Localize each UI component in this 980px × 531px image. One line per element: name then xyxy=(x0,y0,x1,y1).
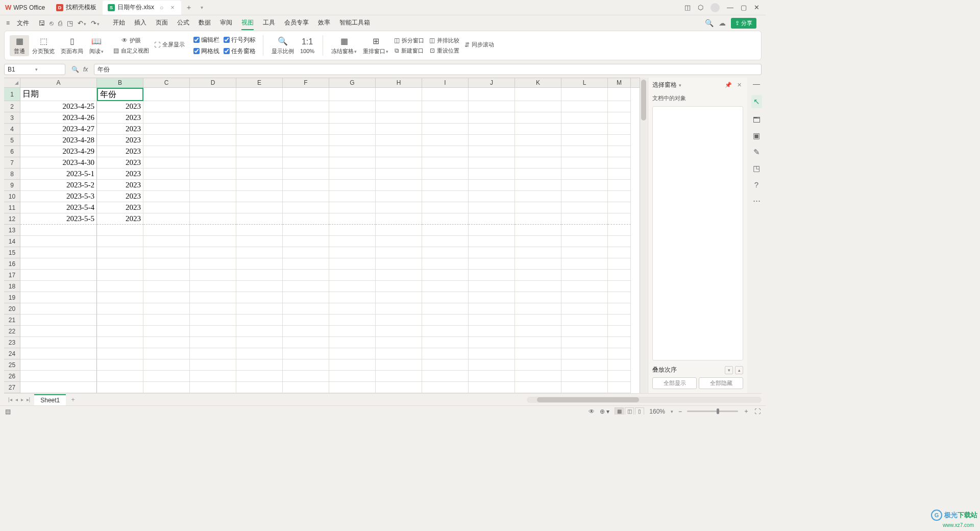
cell[interactable] xyxy=(283,191,329,202)
collapse-rail-icon[interactable]: — xyxy=(753,80,760,88)
cell[interactable] xyxy=(20,348,97,359)
cell[interactable] xyxy=(329,281,376,292)
cell[interactable] xyxy=(515,292,561,303)
cell[interactable] xyxy=(376,88,422,101)
col-header-K[interactable]: K xyxy=(515,78,561,87)
cell[interactable] xyxy=(469,168,515,180)
move-down-icon[interactable]: ▾ xyxy=(725,366,733,374)
cell[interactable] xyxy=(143,202,190,213)
cell[interactable] xyxy=(561,191,608,202)
cell[interactable] xyxy=(422,180,469,191)
cell[interactable] xyxy=(143,315,190,326)
arrange-windows-button[interactable]: ⊞重排窗口▾ xyxy=(360,35,391,56)
cell[interactable] xyxy=(515,191,561,202)
custom-view-button[interactable]: ▤自定义视图 xyxy=(111,46,152,55)
cell[interactable] xyxy=(283,258,329,270)
row-header[interactable]: 12 xyxy=(4,213,20,225)
cell[interactable] xyxy=(236,270,283,281)
cell[interactable] xyxy=(422,213,469,225)
cell[interactable] xyxy=(515,213,561,225)
cell[interactable] xyxy=(283,157,329,168)
cell[interactable] xyxy=(20,315,97,326)
cell[interactable] xyxy=(236,247,283,258)
cell[interactable] xyxy=(469,258,515,270)
cell[interactable] xyxy=(20,326,97,337)
avatar-icon[interactable] xyxy=(710,3,720,12)
cell[interactable] xyxy=(422,326,469,337)
cell[interactable] xyxy=(190,202,236,213)
cell[interactable] xyxy=(469,213,515,225)
eye-protect-button[interactable]: 👁护眼 xyxy=(111,36,152,45)
cell[interactable] xyxy=(376,180,422,191)
row-header[interactable]: 23 xyxy=(4,337,20,348)
new-window-button[interactable]: ⧉新建窗口 xyxy=(391,46,427,55)
cell[interactable] xyxy=(608,135,631,146)
cell[interactable] xyxy=(329,202,376,213)
cell[interactable] xyxy=(376,371,422,382)
link-icon[interactable]: ⎋ xyxy=(50,19,54,27)
cell[interactable] xyxy=(376,382,422,393)
cell[interactable] xyxy=(190,281,236,292)
cell[interactable]: 2023 xyxy=(97,213,143,225)
template-tab[interactable]: D 找稻壳模板 xyxy=(51,1,102,15)
insert-icon[interactable]: ▣ xyxy=(753,131,760,140)
cell[interactable] xyxy=(422,225,469,236)
cell[interactable]: 2023-4-27 xyxy=(20,124,97,135)
row-header[interactable]: 14 xyxy=(4,236,20,247)
cell[interactable] xyxy=(469,315,515,326)
row-header[interactable]: 9 xyxy=(4,180,20,191)
cell[interactable] xyxy=(329,348,376,359)
view-layout-icon[interactable]: ▯ xyxy=(635,407,644,415)
row-header[interactable]: 3 xyxy=(4,112,20,124)
row-header[interactable]: 15 xyxy=(4,247,20,258)
cell[interactable] xyxy=(143,292,190,303)
row-header[interactable]: 22 xyxy=(4,326,20,337)
cell[interactable] xyxy=(376,146,422,157)
cell[interactable] xyxy=(97,359,143,371)
cell[interactable] xyxy=(143,270,190,281)
view-normal-icon[interactable]: ▦ xyxy=(615,407,624,415)
cursor-icon[interactable]: ↖ xyxy=(751,95,762,108)
print-preview-icon[interactable]: ◳ xyxy=(67,19,73,27)
cell[interactable]: 2023 xyxy=(97,157,143,168)
cell[interactable] xyxy=(143,371,190,382)
row-header[interactable]: 27 xyxy=(4,382,20,393)
cell[interactable] xyxy=(469,326,515,337)
cell[interactable] xyxy=(376,303,422,315)
file-menu[interactable]: 文件 xyxy=(14,19,32,28)
cell[interactable] xyxy=(283,180,329,191)
cell[interactable] xyxy=(608,337,631,348)
cell[interactable] xyxy=(376,359,422,371)
cell[interactable] xyxy=(143,281,190,292)
sheet-tab-1[interactable]: Sheet1 xyxy=(34,394,66,405)
cell[interactable] xyxy=(515,225,561,236)
cell[interactable] xyxy=(283,112,329,124)
cell[interactable] xyxy=(515,247,561,258)
cell[interactable] xyxy=(236,348,283,359)
cell[interactable] xyxy=(97,303,143,315)
cell[interactable] xyxy=(469,270,515,281)
cell[interactable] xyxy=(190,236,236,247)
cell[interactable] xyxy=(20,303,97,315)
cell[interactable] xyxy=(20,258,97,270)
cell[interactable] xyxy=(236,101,283,112)
show-all-button[interactable]: 全部显示 xyxy=(652,377,697,389)
col-header-M[interactable]: M xyxy=(608,78,631,87)
cell[interactable] xyxy=(190,315,236,326)
cell[interactable] xyxy=(515,371,561,382)
cell[interactable] xyxy=(561,202,608,213)
cell[interactable] xyxy=(20,292,97,303)
row-header[interactable]: 24 xyxy=(4,348,20,359)
fullscreen-button[interactable]: ⛶全屏显示 xyxy=(152,40,187,49)
cell[interactable] xyxy=(20,359,97,371)
cell[interactable] xyxy=(97,281,143,292)
cell[interactable] xyxy=(236,225,283,236)
cell[interactable]: 年份 xyxy=(97,88,143,101)
cell[interactable] xyxy=(608,213,631,225)
file-tab[interactable]: S 日期年份.xlsx ○ × xyxy=(103,1,181,15)
cell[interactable] xyxy=(236,337,283,348)
menu-tab-工具[interactable]: 工具 xyxy=(263,16,275,30)
cell[interactable] xyxy=(190,348,236,359)
cell[interactable] xyxy=(422,337,469,348)
cell[interactable] xyxy=(469,157,515,168)
